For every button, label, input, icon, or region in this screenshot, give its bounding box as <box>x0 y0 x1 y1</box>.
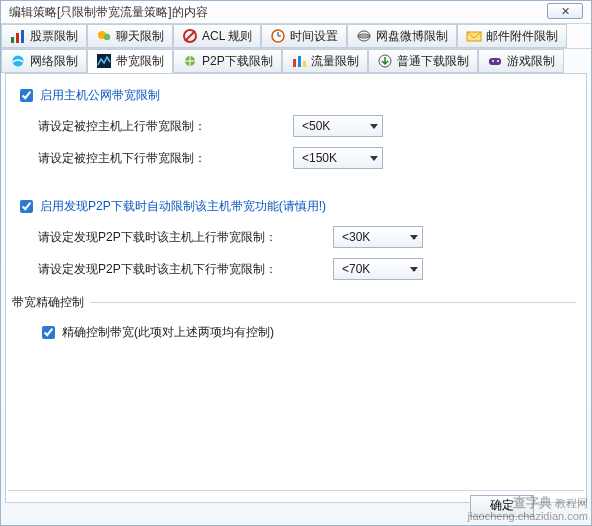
section-precise-control: 带宽精确控制 精确控制带宽(此项对上述两项均有控制) <box>16 294 576 346</box>
p2p-icon <box>182 53 198 69</box>
tab-traffic-limit[interactable]: 流量限制 <box>282 49 368 73</box>
tab-stock-limit[interactable]: 股票限制 <box>1 24 87 48</box>
traffic-icon <box>291 53 307 69</box>
section-legend: 带宽精确控制 <box>12 294 90 311</box>
row-p2p-download: 请设定发现P2P下载时该主机下行带宽限制： <70K <box>38 258 576 280</box>
row-host-upload: 请设定被控主机上行带宽限制： <50K <box>38 115 576 137</box>
ok-button[interactable]: 确定 <box>470 495 534 517</box>
tab-label: 游戏限制 <box>507 53 555 70</box>
svg-rect-1 <box>16 33 19 43</box>
ie-icon <box>10 53 26 69</box>
close-button[interactable]: ✕ <box>547 3 583 19</box>
p2p-download-label: 请设定发现P2P下载时该主机下行带宽限制： <box>38 261 333 278</box>
select-value: <70K <box>342 262 370 276</box>
stock-icon <box>10 28 26 44</box>
tab-label: ACL 规则 <box>202 28 252 45</box>
host-download-label: 请设定被控主机下行带宽限制： <box>38 150 293 167</box>
window-title: 编辑策略[只限制带宽流量策略]的内容 <box>9 4 208 21</box>
bandwidth-icon <box>96 53 112 69</box>
close-icon: ✕ <box>561 5 570 18</box>
acl-icon <box>182 28 198 44</box>
tab-row-1: 股票限制 聊天限制 ACL 规则 时间设置 网盘微博限制 邮件附件限制 <box>1 23 591 48</box>
tab-time-setting[interactable]: 时间设置 <box>261 24 347 48</box>
tab-label: 网络限制 <box>30 53 78 70</box>
tab-label: 聊天限制 <box>116 28 164 45</box>
enable-p2p-auto-limit-checkbox[interactable]: 启用发现P2P下载时自动限制该主机带宽功能(请慎用!) <box>16 197 576 216</box>
tab-row-2: 网络限制 带宽限制 P2P下载限制 流量限制 普通下载限制 游戏限制 <box>1 48 591 73</box>
chevron-down-icon <box>410 267 418 272</box>
row-p2p-upload: 请设定发现P2P下载时该主机上行带宽限制： <30K <box>38 226 576 248</box>
precise-control-checkbox[interactable]: 精确控制带宽(此项对上述两项均有控制) <box>38 323 576 342</box>
mail-icon <box>466 28 482 44</box>
checkbox-label: 精确控制带宽(此项对上述两项均有控制) <box>62 324 274 341</box>
tab-bandwidth-limit[interactable]: 带宽限制 <box>87 49 173 73</box>
chevron-down-icon <box>370 124 378 129</box>
tab-label: 时间设置 <box>290 28 338 45</box>
download-icon <box>377 53 393 69</box>
tab-label: 流量限制 <box>311 53 359 70</box>
dialog-window: 编辑策略[只限制带宽流量策略]的内容 ✕ 股票限制 聊天限制 ACL 规则 时间… <box>0 0 592 526</box>
svg-rect-18 <box>298 56 301 67</box>
svg-rect-19 <box>303 61 306 67</box>
select-value: <50K <box>302 119 330 133</box>
tab-acl-rule[interactable]: ACL 规则 <box>173 24 261 48</box>
titlebar: 编辑策略[只限制带宽流量策略]的内容 ✕ <box>1 1 591 23</box>
tab-netdisk-weibo-limit[interactable]: 网盘微博限制 <box>347 24 457 48</box>
button-label: 确定 <box>490 497 514 514</box>
panel-bandwidth: 启用主机公网带宽限制 请设定被控主机上行带宽限制： <50K 请设定被控主机下行… <box>5 73 587 503</box>
select-value: <30K <box>342 230 370 244</box>
tab-label: 普通下载限制 <box>397 53 469 70</box>
host-download-select[interactable]: <150K <box>293 147 383 169</box>
svg-rect-17 <box>293 59 296 67</box>
checkbox-label: 启用发现P2P下载时自动限制该主机带宽功能(请慎用!) <box>40 198 326 215</box>
select-value: <150K <box>302 151 337 165</box>
chevron-down-icon <box>370 156 378 161</box>
tab-mail-attachment-limit[interactable]: 邮件附件限制 <box>457 24 567 48</box>
tab-label: 邮件附件限制 <box>486 28 558 45</box>
chevron-down-icon <box>410 235 418 240</box>
checkbox-input[interactable] <box>20 89 33 102</box>
svg-point-22 <box>497 60 499 62</box>
checkbox-input[interactable] <box>42 326 55 339</box>
tab-label: 带宽限制 <box>116 53 164 70</box>
tab-normal-download-limit[interactable]: 普通下载限制 <box>368 49 478 73</box>
p2p-upload-label: 请设定发现P2P下载时该主机上行带宽限制： <box>38 229 333 246</box>
tab-label: P2P下载限制 <box>202 53 273 70</box>
host-upload-select[interactable]: <50K <box>293 115 383 137</box>
row-host-download: 请设定被控主机下行带宽限制： <150K <box>38 147 576 169</box>
svg-point-4 <box>104 34 110 40</box>
svg-rect-2 <box>21 30 24 43</box>
tab-p2p-limit[interactable]: P2P下载限制 <box>173 49 282 73</box>
bottom-bar: 确定 <box>8 490 584 520</box>
clock-icon <box>270 28 286 44</box>
svg-rect-0 <box>11 37 14 43</box>
host-upload-label: 请设定被控主机上行带宽限制： <box>38 118 293 135</box>
cloud-icon <box>356 28 372 44</box>
tab-chat-limit[interactable]: 聊天限制 <box>87 24 173 48</box>
tab-label: 网盘微博限制 <box>376 28 448 45</box>
p2p-download-select[interactable]: <70K <box>333 258 423 280</box>
chat-icon <box>96 28 112 44</box>
tab-game-limit[interactable]: 游戏限制 <box>478 49 564 73</box>
enable-host-bandwidth-checkbox[interactable]: 启用主机公网带宽限制 <box>16 86 576 105</box>
tab-label: 股票限制 <box>30 28 78 45</box>
checkbox-input[interactable] <box>20 200 33 213</box>
tab-network-limit[interactable]: 网络限制 <box>1 49 87 73</box>
svg-line-6 <box>185 31 195 41</box>
svg-rect-21 <box>489 58 501 65</box>
p2p-upload-select[interactable]: <30K <box>333 226 423 248</box>
svg-point-23 <box>492 60 494 62</box>
checkbox-label: 启用主机公网带宽限制 <box>40 87 160 104</box>
game-icon <box>487 53 503 69</box>
